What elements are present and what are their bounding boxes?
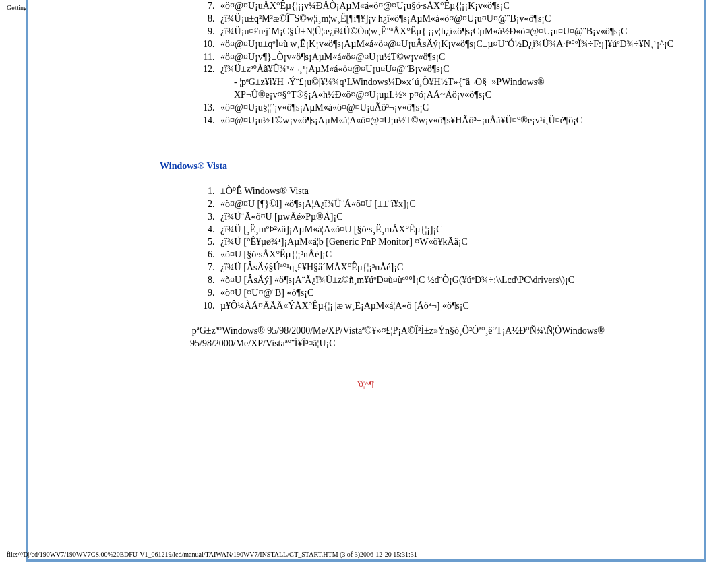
paragraph-notes: ¦pªG±zª°Windows® 95/98/2000/Me/XP/Vistaª… bbox=[190, 325, 677, 350]
footer-file-path: file:///D|/cd/190WV7/190WV7CS.00%20EDFU-… bbox=[7, 551, 417, 558]
list-item: «õ¤U [ÂsÄý] «ö¶s¡A¨Ã¿ï¾Ü±z©ñ¸m¥úºÐ¤ù¤ùª°… bbox=[217, 274, 677, 287]
numbered-list-vista: ±Ò°Ê Windows® Vista «õ¤@¤U [¶}©l] «ö¶s¡A… bbox=[217, 185, 677, 313]
list-item: «ö¤@¤U¡v¶}±Ò¡v«ö¶s¡AµM«á«ö¤@¤U¡u½T©w¡v«ö… bbox=[217, 51, 677, 64]
list-item: «ö¤@¤U¡u±qºÏ¤ù¦w¸Ë¡K¡v«ö¶s¡AµM«á«ö¤@¤U¡u… bbox=[217, 38, 677, 51]
list-item: ¿ï¾Ü [¸Ë¸mºÞ²z­û]¡AµM«á¦A«õ¤U [§ó·s¸Ë¸mÅ… bbox=[217, 224, 677, 237]
list-item: ¿ï¾Ü [ÂsÄý§Úª°¹q¸£¥H§ä´MÅX°Êµ{¦¡³nÅé]¡C bbox=[217, 261, 677, 274]
list-item: «õ¤U [¤U¤@¨B] «ö¶s¡C bbox=[217, 287, 677, 300]
list-item: ¿ï¾Ü¨Ã«õ¤U [µwÅé»P­µ®Ä]¡C bbox=[217, 211, 677, 224]
list-item-12: ¿ï¾Ü±zª°Åã¥Ü¾¹«¬¸¹¡AµM«á«ö¤@¤U¡u¤U¤@¨B¡v… bbox=[217, 63, 677, 102]
list-item-text: ¿ï¾Ü±zª°Åã¥Ü¾¹«¬¸¹¡AµM«á«ö¤@¤U¡u¤U¤@¨B¡v… bbox=[220, 64, 450, 74]
numbered-list-1: «ö¤@¤U¡uÅX°Êµ{¦¡¡v¼ÐÅÒ¡AµM«á«ö¤@¤U¡u§ó·s… bbox=[217, 0, 677, 127]
list-item: «õ¤@¤U [¶}©l] «ö¶s¡A¦A¿ï¾Ü¨Ã«õ¤U [±±¨ï¥x… bbox=[217, 198, 677, 211]
list-item: «õ¤U [§ó·sÅX°Êµ{¦¡³nÅé]¡C bbox=[217, 249, 677, 261]
return-link-container: ªð¦^­¶­º bbox=[55, 377, 677, 389]
list-item: ¿ï¾Ü¡u¤£­n·j´M¡C§Ú±N¦Û¦æ¿ï¾Ü©Ò­n¦w¸Ë"ªÅX… bbox=[217, 26, 677, 38]
return-top-link[interactable]: ªð¦^­¶­º bbox=[357, 379, 376, 389]
list-item: «ö¤@¤U¡u§¦¦¨¡v«ö¶s¡AµM«á«ö¤@¤U¡uÃö³¬¡v«ö… bbox=[217, 102, 677, 115]
section-title-vista: Windows® Vista bbox=[160, 161, 677, 172]
sub-bullet: - ¦pªG±z¥i¥H¬Ý¨£¡u©|¥¼¾q¹LWindows¼Ð»x´ú¸… bbox=[234, 76, 677, 102]
page-body: «ö¤@¤U¡uÅX°Êµ{¦¡¡v¼ÐÅÒ¡AµM«á«ö¤@¤U¡u§ó·s… bbox=[26, 0, 706, 562]
list-item: ¿ï¾Ü¡u±q²M³æ©Î¯S©w¦ì¸m¦w¸Ë[¶i¶¥]¡v¦h¿ï«ö… bbox=[217, 13, 677, 26]
list-item: «ö¤@¤U¡u½T©w¡v«ö¶s¡AµM«á¦A«ö¤@¤U¡u½T©w¡v… bbox=[217, 115, 677, 127]
list-item: µ¥­Ô¼ÀÃ¤ÅÃÅ«ÝÅX°Êµ{¦¡¦|æ¦w¸Ë¡AµM«á¦A«õ [… bbox=[217, 300, 677, 313]
list-item: ±Ò°Ê Windows® Vista bbox=[217, 185, 677, 198]
list-item: «ö¤@¤U¡uÅX°Êµ{¦¡¡v¼ÐÅÒ¡AµM«á«ö¤@¤U¡u§ó·s… bbox=[217, 0, 677, 13]
list-item: ¿ï¾Ü [°Ê¥µø¾¹]¡AµM«á¦b [Generic PnP Moni… bbox=[217, 236, 677, 249]
